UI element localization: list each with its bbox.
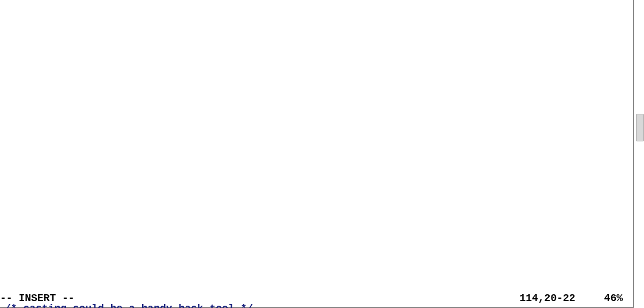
cursor-position: 114,20-22 (519, 292, 604, 304)
scrollbar-thumb[interactable] (636, 114, 644, 141)
code-editor[interactable]: /* casting could be a handy hack tool */… (0, 0, 633, 291)
vim-mode-indicator: -- INSERT -- (0, 292, 75, 304)
vim-status-bar: -- INSERT -- 114,20-22 46% (0, 291, 633, 307)
editor-frame: /* casting could be a handy hack tool */… (0, 0, 634, 308)
scroll-percent: 46% (604, 292, 628, 304)
